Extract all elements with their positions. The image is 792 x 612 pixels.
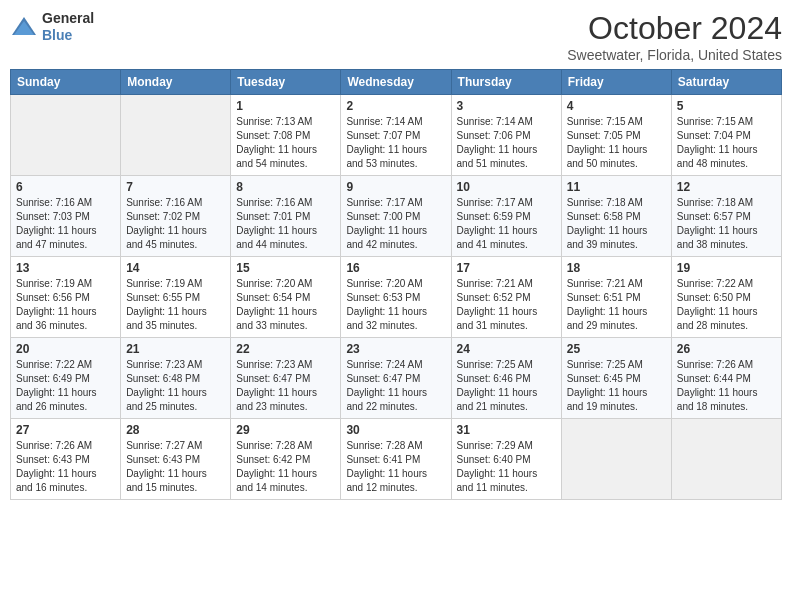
day-number: 19 [677, 261, 776, 275]
calendar-cell [561, 419, 671, 500]
calendar-cell: 28Sunrise: 7:27 AM Sunset: 6:43 PM Dayli… [121, 419, 231, 500]
day-info: Sunrise: 7:18 AM Sunset: 6:58 PM Dayligh… [567, 196, 666, 252]
calendar-cell: 19Sunrise: 7:22 AM Sunset: 6:50 PM Dayli… [671, 257, 781, 338]
weekday-header: Sunday [11, 70, 121, 95]
day-number: 3 [457, 99, 556, 113]
weekday-header: Tuesday [231, 70, 341, 95]
logo: General Blue [10, 10, 94, 44]
calendar-cell: 24Sunrise: 7:25 AM Sunset: 6:46 PM Dayli… [451, 338, 561, 419]
weekday-header: Wednesday [341, 70, 451, 95]
calendar-week-row: 6Sunrise: 7:16 AM Sunset: 7:03 PM Daylig… [11, 176, 782, 257]
day-number: 28 [126, 423, 225, 437]
day-info: Sunrise: 7:21 AM Sunset: 6:51 PM Dayligh… [567, 277, 666, 333]
day-number: 8 [236, 180, 335, 194]
day-number: 29 [236, 423, 335, 437]
logo-blue: Blue [42, 27, 72, 43]
weekday-header: Monday [121, 70, 231, 95]
calendar-cell: 21Sunrise: 7:23 AM Sunset: 6:48 PM Dayli… [121, 338, 231, 419]
calendar-week-row: 27Sunrise: 7:26 AM Sunset: 6:43 PM Dayli… [11, 419, 782, 500]
day-info: Sunrise: 7:23 AM Sunset: 6:47 PM Dayligh… [236, 358, 335, 414]
day-number: 7 [126, 180, 225, 194]
day-info: Sunrise: 7:15 AM Sunset: 7:05 PM Dayligh… [567, 115, 666, 171]
calendar-cell [121, 95, 231, 176]
calendar-cell: 22Sunrise: 7:23 AM Sunset: 6:47 PM Dayli… [231, 338, 341, 419]
day-info: Sunrise: 7:25 AM Sunset: 6:45 PM Dayligh… [567, 358, 666, 414]
calendar-cell: 15Sunrise: 7:20 AM Sunset: 6:54 PM Dayli… [231, 257, 341, 338]
day-number: 14 [126, 261, 225, 275]
day-info: Sunrise: 7:26 AM Sunset: 6:44 PM Dayligh… [677, 358, 776, 414]
day-info: Sunrise: 7:17 AM Sunset: 7:00 PM Dayligh… [346, 196, 445, 252]
day-number: 1 [236, 99, 335, 113]
calendar-cell: 16Sunrise: 7:20 AM Sunset: 6:53 PM Dayli… [341, 257, 451, 338]
day-info: Sunrise: 7:19 AM Sunset: 6:55 PM Dayligh… [126, 277, 225, 333]
calendar-cell: 2Sunrise: 7:14 AM Sunset: 7:07 PM Daylig… [341, 95, 451, 176]
day-info: Sunrise: 7:16 AM Sunset: 7:01 PM Dayligh… [236, 196, 335, 252]
day-number: 6 [16, 180, 115, 194]
day-info: Sunrise: 7:28 AM Sunset: 6:41 PM Dayligh… [346, 439, 445, 495]
day-info: Sunrise: 7:26 AM Sunset: 6:43 PM Dayligh… [16, 439, 115, 495]
day-info: Sunrise: 7:17 AM Sunset: 6:59 PM Dayligh… [457, 196, 556, 252]
day-info: Sunrise: 7:20 AM Sunset: 6:54 PM Dayligh… [236, 277, 335, 333]
weekday-header: Friday [561, 70, 671, 95]
day-info: Sunrise: 7:21 AM Sunset: 6:52 PM Dayligh… [457, 277, 556, 333]
day-info: Sunrise: 7:29 AM Sunset: 6:40 PM Dayligh… [457, 439, 556, 495]
day-number: 12 [677, 180, 776, 194]
day-number: 5 [677, 99, 776, 113]
calendar-cell: 8Sunrise: 7:16 AM Sunset: 7:01 PM Daylig… [231, 176, 341, 257]
calendar-cell: 11Sunrise: 7:18 AM Sunset: 6:58 PM Dayli… [561, 176, 671, 257]
day-info: Sunrise: 7:25 AM Sunset: 6:46 PM Dayligh… [457, 358, 556, 414]
calendar-cell [671, 419, 781, 500]
calendar-cell: 17Sunrise: 7:21 AM Sunset: 6:52 PM Dayli… [451, 257, 561, 338]
calendar-cell: 30Sunrise: 7:28 AM Sunset: 6:41 PM Dayli… [341, 419, 451, 500]
calendar-cell: 5Sunrise: 7:15 AM Sunset: 7:04 PM Daylig… [671, 95, 781, 176]
day-number: 4 [567, 99, 666, 113]
day-number: 2 [346, 99, 445, 113]
day-info: Sunrise: 7:22 AM Sunset: 6:49 PM Dayligh… [16, 358, 115, 414]
calendar-week-row: 1Sunrise: 7:13 AM Sunset: 7:08 PM Daylig… [11, 95, 782, 176]
day-number: 9 [346, 180, 445, 194]
calendar-cell: 20Sunrise: 7:22 AM Sunset: 6:49 PM Dayli… [11, 338, 121, 419]
logo-general: General [42, 10, 94, 26]
day-number: 13 [16, 261, 115, 275]
calendar-cell [11, 95, 121, 176]
day-info: Sunrise: 7:23 AM Sunset: 6:48 PM Dayligh… [126, 358, 225, 414]
day-info: Sunrise: 7:15 AM Sunset: 7:04 PM Dayligh… [677, 115, 776, 171]
day-number: 17 [457, 261, 556, 275]
weekday-header-row: SundayMondayTuesdayWednesdayThursdayFrid… [11, 70, 782, 95]
calendar-cell: 31Sunrise: 7:29 AM Sunset: 6:40 PM Dayli… [451, 419, 561, 500]
day-info: Sunrise: 7:18 AM Sunset: 6:57 PM Dayligh… [677, 196, 776, 252]
calendar-cell: 4Sunrise: 7:15 AM Sunset: 7:05 PM Daylig… [561, 95, 671, 176]
calendar-cell: 25Sunrise: 7:25 AM Sunset: 6:45 PM Dayli… [561, 338, 671, 419]
calendar-cell: 9Sunrise: 7:17 AM Sunset: 7:00 PM Daylig… [341, 176, 451, 257]
day-number: 11 [567, 180, 666, 194]
calendar-cell: 29Sunrise: 7:28 AM Sunset: 6:42 PM Dayli… [231, 419, 341, 500]
day-number: 31 [457, 423, 556, 437]
calendar-cell: 14Sunrise: 7:19 AM Sunset: 6:55 PM Dayli… [121, 257, 231, 338]
calendar-cell: 26Sunrise: 7:26 AM Sunset: 6:44 PM Dayli… [671, 338, 781, 419]
calendar-week-row: 13Sunrise: 7:19 AM Sunset: 6:56 PM Dayli… [11, 257, 782, 338]
day-number: 26 [677, 342, 776, 356]
calendar-cell: 7Sunrise: 7:16 AM Sunset: 7:02 PM Daylig… [121, 176, 231, 257]
calendar-cell: 12Sunrise: 7:18 AM Sunset: 6:57 PM Dayli… [671, 176, 781, 257]
calendar-table: SundayMondayTuesdayWednesdayThursdayFrid… [10, 69, 782, 500]
day-number: 10 [457, 180, 556, 194]
day-info: Sunrise: 7:16 AM Sunset: 7:02 PM Dayligh… [126, 196, 225, 252]
calendar-week-row: 20Sunrise: 7:22 AM Sunset: 6:49 PM Dayli… [11, 338, 782, 419]
calendar-cell: 27Sunrise: 7:26 AM Sunset: 6:43 PM Dayli… [11, 419, 121, 500]
day-number: 21 [126, 342, 225, 356]
day-number: 16 [346, 261, 445, 275]
calendar-cell: 10Sunrise: 7:17 AM Sunset: 6:59 PM Dayli… [451, 176, 561, 257]
calendar-cell: 6Sunrise: 7:16 AM Sunset: 7:03 PM Daylig… [11, 176, 121, 257]
day-info: Sunrise: 7:14 AM Sunset: 7:06 PM Dayligh… [457, 115, 556, 171]
calendar-cell: 13Sunrise: 7:19 AM Sunset: 6:56 PM Dayli… [11, 257, 121, 338]
day-number: 24 [457, 342, 556, 356]
logo-text: General Blue [42, 10, 94, 44]
day-info: Sunrise: 7:14 AM Sunset: 7:07 PM Dayligh… [346, 115, 445, 171]
calendar-cell: 23Sunrise: 7:24 AM Sunset: 6:47 PM Dayli… [341, 338, 451, 419]
calendar-cell: 18Sunrise: 7:21 AM Sunset: 6:51 PM Dayli… [561, 257, 671, 338]
day-info: Sunrise: 7:24 AM Sunset: 6:47 PM Dayligh… [346, 358, 445, 414]
location: Sweetwater, Florida, United States [567, 47, 782, 63]
page-header: General Blue October 2024 Sweetwater, Fl… [10, 10, 782, 63]
calendar-cell: 3Sunrise: 7:14 AM Sunset: 7:06 PM Daylig… [451, 95, 561, 176]
weekday-header: Thursday [451, 70, 561, 95]
